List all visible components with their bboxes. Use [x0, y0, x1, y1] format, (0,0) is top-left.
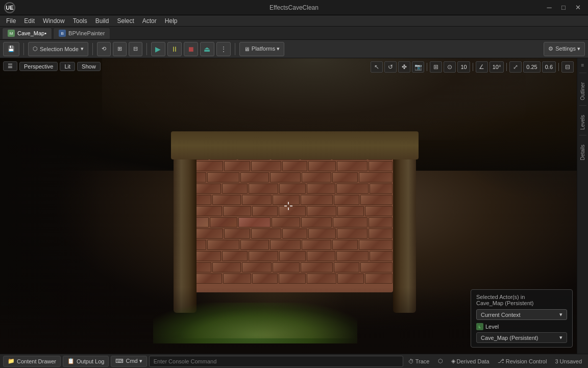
content-drawer-label: Content Drawer — [17, 358, 56, 364]
viewport-options-button[interactable]: ☰ — [3, 61, 17, 71]
tab-cave-map[interactable]: M Cave_Map• — [2, 28, 52, 39]
trace-button[interactable]: ⏱ Trace — [405, 356, 433, 367]
toolbar-sep-1 — [23, 43, 24, 55]
close-button[interactable]: ✕ — [572, 3, 584, 13]
save-button[interactable]: 💾 — [3, 42, 19, 56]
selection-mode-button[interactable]: ⬡ Selection Mode ▾ — [28, 42, 88, 56]
menu-actor[interactable]: Actor — [138, 16, 161, 26]
bp-vine-icon: B — [59, 30, 66, 37]
level-value: Cave_Map (Persistent) — [481, 335, 538, 341]
lit-button[interactable]: Lit — [60, 62, 75, 71]
maximize-button[interactable]: □ — [557, 3, 570, 13]
output-log-button[interactable]: 📋 Output Log — [63, 356, 109, 367]
content-drawer-button[interactable]: 📁 Content Drawer — [3, 356, 61, 367]
levels-label[interactable]: Levels — [580, 113, 585, 132]
minimize-button[interactable]: ─ — [543, 3, 555, 13]
cmd-icon: ⌨ — [115, 358, 124, 364]
derived-data-button[interactable]: ◈ Derived Data — [448, 356, 493, 367]
bp-vine-label: BPVinePainter — [68, 30, 105, 36]
right-sidebar: ≡ Outliner Levels Details — [577, 58, 588, 354]
derived-data-icon: ◈ — [451, 358, 455, 364]
cmd-button[interactable]: ⌨ Cmd ▾ — [111, 356, 146, 367]
play-button[interactable]: ▶ — [151, 42, 165, 56]
platforms-icon: 🖥 — [244, 46, 250, 52]
vp-top-left: ☰ Perspective Lit Show — [3, 61, 101, 71]
details-label[interactable]: Details — [580, 143, 585, 163]
pause-button[interactable]: ⏸ — [167, 42, 182, 56]
cave-map-label: Cave_Map• — [17, 30, 46, 36]
stop-button[interactable]: ⏹ — [184, 42, 198, 56]
viewport-canvas: ☰ Perspective Lit Show ↖ ↺ ✤ 📷 ⊞ ⊙ — [0, 58, 577, 354]
sidebar-toggle-btn[interactable]: ≡ — [578, 60, 587, 70]
bottom-right-buttons: ⏱ Trace ⬡ ◈ Derived Data ⎇ Revision Cont… — [405, 356, 585, 367]
grid-btn[interactable]: ⊞ — [430, 61, 442, 73]
align-button[interactable]: ⊟ — [129, 42, 142, 56]
layout-btn[interactable]: ⊟ — [561, 61, 574, 73]
menu-select[interactable]: Select — [113, 16, 138, 26]
title-bar-left: UE — [4, 2, 15, 13]
tab-bp-vine[interactable]: B BPVinePainter — [53, 28, 110, 39]
info-header: Selected Actor(s) in Cave_Map (Persisten… — [476, 294, 567, 306]
snap-button[interactable]: ⊞ — [113, 42, 127, 56]
perspective-button[interactable]: Perspective — [19, 62, 58, 71]
selection-mode-label: Selection Mode — [40, 46, 79, 52]
more-button[interactable]: ⋮ — [216, 42, 231, 56]
output-log-icon: 📋 — [67, 358, 75, 364]
info-panel: Selected Actor(s) in Cave_Map (Persisten… — [471, 289, 573, 348]
eject-button[interactable]: ⏏ — [200, 42, 214, 56]
level-icon: L — [476, 323, 483, 330]
platforms-label: Platforms ▾ — [252, 45, 280, 52]
show-label: Show — [82, 63, 96, 70]
menu-help[interactable]: Help — [161, 16, 182, 26]
cmd-label: Cmd ▾ — [126, 358, 142, 364]
nav-tool-btn[interactable]: ✤ — [398, 61, 410, 73]
show-button[interactable]: Show — [77, 62, 101, 71]
ue-logo: UE — [4, 2, 15, 13]
rs-divider-3 — [579, 135, 586, 135]
transform-button[interactable]: ⟲ — [97, 42, 111, 56]
select-tool-btn[interactable]: ↖ — [371, 61, 383, 73]
source-control-button[interactable]: ⬡ — [435, 356, 446, 367]
scale-btn[interactable]: ⤢ — [509, 61, 522, 73]
platforms-button[interactable]: 🖥 Platforms ▾ — [239, 42, 285, 56]
scale-display: 0.25 — [523, 61, 540, 73]
revision-icon: ⎇ — [498, 358, 504, 364]
context-label: Current Context — [481, 312, 521, 318]
menu-build[interactable]: Build — [91, 16, 113, 26]
current-context-dropdown[interactable]: Current Context ▾ — [476, 309, 567, 320]
revision-label: Revision Control — [506, 358, 547, 364]
angle-btn[interactable]: ∠ — [476, 61, 488, 73]
rotate-tool-btn[interactable]: ↺ — [384, 61, 397, 73]
viewport[interactable]: ☰ Perspective Lit Show ↖ ↺ ✤ 📷 ⊞ ⊙ — [0, 58, 577, 354]
unsaved-label: 3 Unsaved — [555, 358, 582, 364]
context-chevron: ▾ — [559, 311, 562, 318]
angle-display: 10° — [489, 61, 504, 73]
selection-mode-icon: ⬡ — [33, 45, 38, 52]
content-drawer-icon: 📁 — [8, 358, 15, 364]
surface-snap-btn[interactable]: ⊙ — [444, 61, 456, 73]
revision-control-button[interactable]: ⎇ Revision Control — [495, 356, 550, 367]
menu-file[interactable]: File — [2, 16, 20, 26]
camera-btn[interactable]: 📷 — [412, 61, 424, 73]
menu-edit[interactable]: Edit — [20, 16, 39, 26]
trace-label: Trace — [415, 358, 430, 364]
vp-sep-4 — [558, 63, 559, 71]
vp-top-right: ↖ ↺ ✤ 📷 ⊞ ⊙ 10 ∠ 10° ⤢ 0.25 0.6 ⊟ — [371, 61, 574, 73]
outliner-label[interactable]: Outliner — [580, 80, 585, 102]
unsaved-badge: 3 Unsaved — [552, 356, 585, 367]
toolbar-sep-3 — [146, 43, 147, 55]
selection-mode-chevron: ▾ — [81, 45, 84, 52]
title-bar: UE EffectsCaveClean ─ □ ✕ — [0, 0, 588, 15]
level-value-dropdown[interactable]: Cave_Map (Persistent) ▾ — [476, 332, 567, 343]
settings-button[interactable]: ⚙ Settings ▾ — [544, 42, 585, 56]
console-input[interactable] — [149, 356, 403, 367]
ground-light — [179, 308, 357, 338]
level-row: L Level — [476, 323, 567, 330]
toolbar-sep-2 — [92, 43, 93, 55]
output-log-label: Output Log — [77, 358, 104, 364]
menu-tools[interactable]: Tools — [69, 16, 91, 26]
main-area: ☰ Perspective Lit Show ↖ ↺ ✤ 📷 ⊞ ⊙ — [0, 58, 588, 354]
another-display: 0.6 — [542, 61, 556, 73]
title-bar-controls: ─ □ ✕ — [543, 3, 584, 13]
menu-window[interactable]: Window — [39, 16, 69, 26]
